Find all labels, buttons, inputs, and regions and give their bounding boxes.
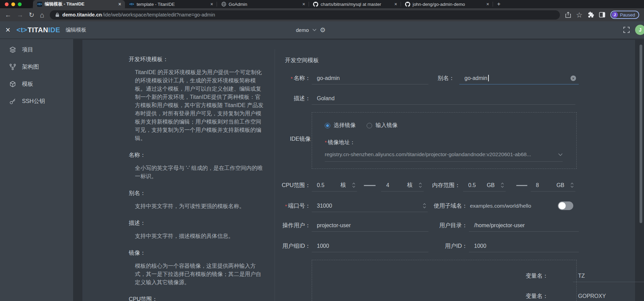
extensions-puzzle-icon[interactable] <box>588 12 594 18</box>
variable-row: 变量名： TZ 变量值： Asia/Shanghai <box>312 270 576 282</box>
stepper-arrows[interactable] <box>571 183 574 188</box>
browser-tab-strip: <t> 编辑模板 - TitanIDE × <t> template - Tit… <box>0 0 644 8</box>
help-section-title: 名称： <box>129 151 265 159</box>
tab-template[interactable]: <t> template - TitanIDE × <box>125 0 217 8</box>
logo-ide: IDE <box>48 26 60 34</box>
port-input[interactable]: 31000 <box>312 200 428 212</box>
app-header: × <t>TITANIDE 编辑模板 demo ⚙ J <box>0 21 644 39</box>
alias-input[interactable]: go-admin × <box>459 72 579 84</box>
forward-icon[interactable]: → <box>17 12 23 18</box>
new-tab-button[interactable]: + <box>493 0 505 8</box>
variable-name-value: GOPROXY <box>578 293 606 299</box>
port-label: 端口号： <box>268 200 311 212</box>
subdomain-label: 使用子域名： <box>421 200 468 212</box>
tab-close-icon[interactable]: × <box>117 1 122 7</box>
name-input[interactable]: go-admin <box>312 72 428 84</box>
user-avatar[interactable]: J <box>635 25 644 35</box>
window-controls <box>0 0 33 8</box>
sidebar-item-ssh-keys[interactable]: SSH公钥 <box>0 93 73 110</box>
variable-row: 变量名： GOPROXY 变量值： https://goproxy.cn <box>312 290 576 301</box>
sidebar-item-projects[interactable]: 项目 <box>0 41 73 58</box>
alias-label: 别名： <box>412 72 455 84</box>
chevron-down-icon[interactable] <box>312 28 317 31</box>
tab-title: john-deng/go-admin-demo <box>413 2 483 7</box>
user-dir-value: /home/projector-user <box>474 222 525 229</box>
app-header-right: J <box>623 25 641 35</box>
select-image-radio[interactable] <box>325 123 330 128</box>
op-user-value: projector-user <box>317 222 351 229</box>
fullscreen-icon[interactable] <box>623 27 630 33</box>
user-id-input[interactable]: 1000 <box>469 240 579 252</box>
help-section-body: 全小写的英文字母与 '-' 组成的，是在工作空间内的唯一标识。 <box>135 164 265 181</box>
image-address-select[interactable]: registry.cn-shenzhen.aliyuncs.com/titani… <box>325 151 563 162</box>
cpu-min-value: 0.5 <box>317 182 324 188</box>
bookmark-star-icon[interactable]: ☆ <box>576 11 583 19</box>
user-dir-input[interactable]: /home/projector-user <box>469 219 579 232</box>
stepper-arrows[interactable] <box>501 183 504 188</box>
reload-icon[interactable]: ↻ <box>29 12 34 18</box>
tab-go-admin-demo[interactable]: john-deng/go-admin-demo × <box>401 0 493 8</box>
sidebar-item-architecture[interactable]: 架构图 <box>0 58 73 76</box>
clear-icon[interactable]: × <box>571 76 576 81</box>
address-bar[interactable]: demo.titanide.cn/ide/web/workspace/templ… <box>50 10 560 20</box>
name-alias-row: 名称： go-admin 别名： go-admin × <box>82 72 635 84</box>
memory-max-input[interactable]: 8 GB <box>531 179 575 192</box>
user-id-label: 用户ID： <box>421 240 468 252</box>
main-area: 项目 架构图 模板 SSH公钥 开发环境模板： TitanIDE 的开发环境模板 <box>0 39 644 301</box>
cube-icon <box>9 81 16 88</box>
maximize-window-button[interactable] <box>18 2 22 6</box>
range-dash <box>364 185 376 186</box>
tab-charts-bitnami-mysql[interactable]: charts/bitnami/mysql at master × <box>309 0 401 8</box>
range-dash <box>516 185 527 186</box>
tab-title: template - TitanIDE <box>137 2 207 7</box>
environment-selector[interactable]: demo <box>296 27 309 33</box>
home-icon[interactable]: ⌂ <box>40 11 44 19</box>
profile-avatar: J <box>612 12 618 18</box>
input-image-radio[interactable] <box>367 123 372 128</box>
variable-name-input[interactable]: GOPROXY <box>573 290 644 301</box>
github-icon <box>405 2 410 7</box>
variable-name-label: 变量名： <box>518 270 548 282</box>
toolbar-actions: ☆ J Paused <box>565 11 639 19</box>
back-icon[interactable]: ← <box>5 12 11 18</box>
port-value: 31000 <box>317 203 332 209</box>
memory-min-value: 0.5 <box>468 182 476 188</box>
tab-title: charts/bitnami/mysql at master <box>321 2 391 7</box>
fork-icon <box>9 63 16 70</box>
tab-goadmin[interactable]: GoAdmin × <box>217 0 309 8</box>
tab-close-icon[interactable]: × <box>485 1 490 7</box>
titanide-favicon: <t> <box>37 2 42 7</box>
description-input[interactable]: Goland <box>312 92 575 105</box>
tab-title: 编辑模板 - TitanIDE <box>45 1 115 7</box>
chevron-down-icon[interactable] <box>558 153 563 156</box>
lock-icon[interactable] <box>55 12 59 17</box>
logo-titan: TITAN <box>28 26 48 34</box>
sidebar: 项目 架构图 模板 SSH公钥 <box>0 39 73 301</box>
gear-icon[interactable]: ⚙ <box>320 26 326 34</box>
page-scrollbar[interactable] <box>640 45 642 223</box>
group-id-input[interactable]: 1000 <box>312 240 428 252</box>
tab-close-icon[interactable]: × <box>393 1 398 7</box>
minimize-window-button[interactable] <box>11 2 15 6</box>
sidebar-item-label: SSH公钥 <box>22 97 45 105</box>
tab-edit-template[interactable]: <t> 编辑模板 - TitanIDE × <box>33 0 125 8</box>
layers-icon <box>9 46 16 53</box>
tab-close-icon[interactable]: × <box>209 1 214 7</box>
browser-profile-button[interactable]: J Paused <box>610 11 639 19</box>
cpu-memory-row: CPU范围： 0.5 核 4 核 内存范围： 0.5 <box>82 179 635 192</box>
close-icon[interactable]: × <box>5 26 10 34</box>
page-title: 编辑模板 <box>66 27 86 33</box>
port-subdomain-row: 端口号： 31000 使用子域名： examples.com/world/hel… <box>82 200 635 212</box>
side-panel-icon[interactable] <box>599 12 605 18</box>
close-window-button[interactable] <box>5 2 9 6</box>
tab-close-icon[interactable]: × <box>301 1 306 7</box>
subdomain-toggle[interactable] <box>558 201 573 210</box>
variable-name-input[interactable]: TZ <box>573 270 644 282</box>
memory-min-input[interactable]: 0.5 GB <box>463 179 506 192</box>
stepper-arrows[interactable] <box>352 183 355 188</box>
cpu-min-input[interactable]: 0.5 核 <box>312 179 357 192</box>
alias-value: go-admin <box>464 75 487 81</box>
sidebar-item-templates[interactable]: 模板 <box>0 76 73 93</box>
op-user-input[interactable]: projector-user <box>312 219 428 232</box>
share-icon[interactable] <box>565 12 571 18</box>
